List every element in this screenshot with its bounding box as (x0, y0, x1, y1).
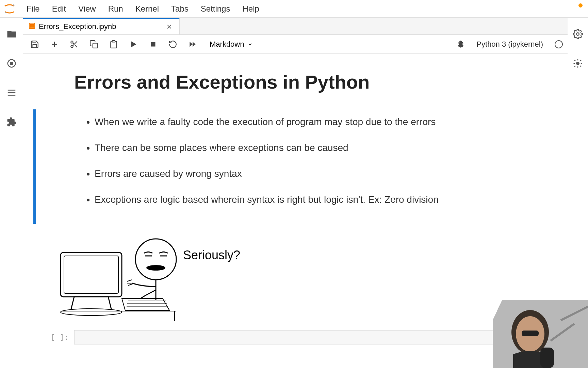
svg-rect-23 (64, 256, 118, 293)
tab-label: Errors_Exception.ipynb (39, 22, 161, 31)
svg-rect-17 (112, 41, 115, 42)
svg-point-36 (576, 62, 579, 65)
svg-rect-3 (10, 62, 13, 65)
restart-run-all-button[interactable] (186, 37, 199, 51)
kernel-name[interactable]: Python 3 (ipykernel) (474, 40, 546, 49)
debug-button[interactable] (454, 37, 468, 51)
markdown-cell-bullets[interactable]: When we write a faulty code the executio… (23, 109, 568, 224)
cell-selection-indicator (33, 109, 36, 224)
menu-tabs[interactable]: Tabs (165, 2, 195, 16)
cut-button[interactable] (67, 37, 81, 51)
menu-help[interactable]: Help (236, 2, 265, 16)
svg-point-1 (13, 4, 14, 6)
toc-icon[interactable] (5, 87, 18, 99)
markdown-cell-title[interactable]: Errors and Exceptions in Python (23, 64, 568, 101)
list-item: When we write a faulty code the executio… (95, 115, 547, 129)
menu-run[interactable]: Run (102, 2, 129, 16)
svg-rect-40 (522, 331, 539, 336)
svg-marker-18 (131, 41, 136, 47)
svg-line-15 (73, 43, 74, 44)
svg-point-33 (146, 265, 165, 271)
svg-rect-43 (540, 348, 554, 368)
svg-point-24 (61, 309, 122, 316)
bullet-list: When we write a faulty code the executio… (64, 109, 568, 224)
close-icon[interactable]: × (165, 21, 174, 32)
meme-text: Seriously? (183, 248, 240, 262)
svg-point-35 (576, 33, 579, 35)
menu-kernel[interactable]: Kernel (129, 2, 165, 16)
folder-icon[interactable] (5, 28, 18, 40)
menu-edit[interactable]: Edit (46, 2, 72, 16)
svg-rect-5 (7, 92, 15, 93)
chevron-down-icon (247, 42, 253, 47)
interrupt-button[interactable] (146, 37, 160, 51)
svg-point-0 (5, 12, 6, 13)
kernel-status-icon (555, 40, 563, 48)
svg-marker-20 (190, 42, 193, 47)
notebook-panel: Errors_Exception.ipynb × (23, 18, 568, 368)
tab-notebook[interactable]: Errors_Exception.ipynb × (23, 18, 180, 34)
extension-icon[interactable] (5, 116, 18, 128)
add-cell-button[interactable] (48, 37, 61, 51)
svg-point-12 (71, 45, 73, 48)
notebook-toolbar: Markdown Python 3 (ipykernel) (23, 35, 568, 54)
code-cell[interactable]: [ ]: (23, 330, 568, 344)
debugger-panel-icon[interactable] (572, 57, 584, 70)
tab-bar: Errors_Exception.ipynb × (23, 18, 568, 35)
left-sidebar (0, 18, 23, 368)
property-inspector-icon[interactable] (572, 28, 584, 40)
cell-type-label: Markdown (210, 40, 244, 49)
code-prompt: [ ]: (33, 330, 74, 344)
svg-point-11 (71, 41, 73, 43)
notebook-body[interactable]: Errors and Exceptions in Python When we … (23, 54, 568, 368)
notebook-title: Errors and Exceptions in Python (64, 64, 568, 101)
cell-type-selector[interactable]: Markdown (206, 39, 257, 50)
meme-image: Seriously? (40, 232, 258, 321)
main-menubar: File Edit View Run Kernel Tabs Settings … (0, 0, 588, 18)
jupyter-logo-icon (3, 2, 16, 16)
svg-rect-4 (7, 90, 15, 91)
markdown-cell-image[interactable]: Seriously? (23, 232, 568, 322)
svg-point-30 (135, 239, 176, 280)
svg-marker-21 (193, 42, 196, 47)
menu-settings[interactable]: Settings (195, 2, 236, 16)
save-button[interactable] (28, 37, 42, 51)
list-item: There can be some places where exception… (95, 141, 547, 155)
svg-line-14 (75, 45, 77, 47)
running-icon[interactable] (5, 57, 18, 70)
notebook-icon (29, 22, 35, 31)
code-input[interactable] (74, 330, 547, 344)
run-button[interactable] (127, 37, 140, 51)
restart-button[interactable] (166, 37, 180, 51)
list-item: Exceptions are logic based wherein synta… (95, 193, 547, 207)
svg-rect-8 (30, 24, 34, 28)
svg-rect-19 (151, 42, 156, 46)
list-item: Errors are caused by wrong syntax (95, 167, 547, 181)
svg-rect-16 (93, 43, 98, 48)
copy-button[interactable] (87, 37, 101, 51)
svg-rect-6 (7, 95, 15, 96)
notification-dot-icon (578, 3, 583, 7)
menu-view[interactable]: View (72, 2, 102, 16)
paste-button[interactable] (107, 37, 120, 51)
menu-file[interactable]: File (20, 2, 46, 16)
webcam-overlay (493, 300, 588, 368)
